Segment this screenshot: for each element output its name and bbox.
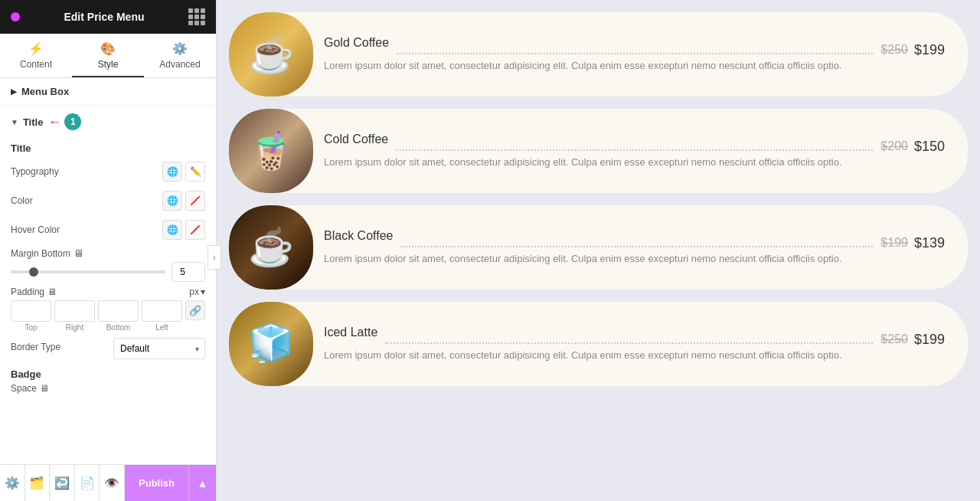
price-old-iced-latte: $250 [880, 332, 908, 346]
typography-globe-btn[interactable]: 🌐 [162, 162, 182, 182]
menu-item-desc-iced-latte: Lorem ipsum dolor sit amet, consectetur … [324, 348, 960, 363]
red-arrow-icon: ← [47, 114, 61, 130]
toolbar-layers-btn[interactable]: 🗂️ [25, 465, 51, 501]
dotted-line-black-coffee [400, 246, 873, 247]
dotted-line-cold-coffee [396, 149, 873, 151]
grid-icon[interactable] [188, 8, 205, 25]
publish-button[interactable]: Publish [125, 465, 188, 501]
hover-color-globe-btn[interactable]: 🌐 [162, 220, 182, 240]
space-label: Space 🖥 [11, 383, 205, 394]
price-old-black-coffee: $199 [880, 236, 908, 250]
advanced-tab-icon: ⚙️ [172, 41, 188, 56]
step-badge: 1 [64, 113, 81, 130]
px-chevron: ▾ [201, 287, 205, 297]
style-tab-icon: 🎨 [100, 41, 116, 56]
padding-right-label: Right [66, 323, 83, 332]
left-panel: Edit Price Menu ⚡ Content 🎨 Style ⚙️ Adv… [0, 0, 217, 501]
padding-top-input[interactable] [11, 300, 51, 322]
toolbar-settings-btn[interactable]: ⚙️ [0, 465, 25, 501]
globe-icon: 🌐 [167, 166, 178, 177]
padding-left-wrap: Left [142, 300, 182, 332]
price-old-cold-coffee: $200 [880, 139, 908, 153]
color-controls: 🌐 X [162, 191, 205, 211]
menu-item-top-iced-latte: Iced Latte $250 $199 [324, 326, 960, 348]
menu-item-iced-latte: 🧊 Iced Latte $250 $199 Lorem ipsum dolor… [229, 302, 968, 386]
coffee-emoji-cold-coffee: 🧋 [229, 109, 313, 193]
menu-item-title-black-coffee: Black Coffee [324, 229, 393, 243]
arrow-badge: ← 1 [47, 113, 81, 130]
menu-item-img-iced-latte: 🧊 [229, 302, 313, 386]
coffee-emoji-black-coffee: ☕ [229, 205, 313, 290]
typography-edit-btn[interactable]: ✏️ [185, 162, 205, 182]
tab-style-label: Style [98, 59, 119, 70]
menu-box-section[interactable]: ▶ Menu Box [0, 78, 216, 105]
menu-item-body-cold-coffee: Cold Coffee $200 $150 Lorem ipsum dolor … [313, 122, 968, 181]
price-new-black-coffee: $139 [914, 235, 945, 251]
px-selector[interactable]: px ▾ [189, 287, 205, 297]
padding-right-input[interactable] [54, 300, 95, 322]
padding-left-input[interactable] [142, 300, 182, 322]
dotted-line-gold-coffee [397, 53, 873, 54]
badge-section: Badge Space 🖥 [0, 364, 216, 395]
menu-item-gold-coffee: ☕ Gold Coffee $250 $199 Lorem ipsum dolo… [229, 12, 968, 97]
menu-item-black-coffee: ☕ Black Coffee $199 $139 Lorem ipsum dol… [229, 205, 968, 290]
hover-globe-icon: 🌐 [167, 224, 178, 235]
coffee-emoji-iced-latte: 🧊 [229, 302, 313, 386]
padding-link-btn[interactable]: 🔗 [185, 300, 205, 320]
menu-item-img-black-coffee: ☕ [229, 205, 313, 290]
tab-bar: ⚡ Content 🎨 Style ⚙️ Advanced [0, 34, 216, 78]
margin-bottom-row: Margin Bottom 🖥 5 [0, 244, 216, 283]
color-globe-btn[interactable]: 🌐 [162, 191, 182, 211]
typography-row: Typography 🌐 ✏️ [0, 157, 216, 186]
menu-box-chevron: ▶ [11, 87, 17, 96]
toolbar-preview-btn[interactable]: 👁️ [100, 465, 125, 501]
tab-style[interactable]: 🎨 Style [72, 34, 144, 77]
hover-color-controls: 🌐 X [162, 220, 205, 240]
border-type-select[interactable]: Default None Solid Dashed [113, 338, 205, 359]
price-new-iced-latte: $199 [914, 332, 945, 348]
padding-bottom-wrap: Bottom [98, 300, 139, 332]
tab-advanced[interactable]: ⚙️ Advanced [144, 34, 216, 77]
margin-bottom-slider[interactable] [11, 270, 165, 273]
menu-item-title-iced-latte: Iced Latte [324, 326, 377, 339]
margin-bottom-input[interactable]: 5 [172, 262, 205, 282]
header-title: Edit Price Menu [64, 11, 144, 23]
menu-item-desc-black-coffee: Lorem ipsum dolor sit amet, consectetur … [324, 251, 960, 267]
price-new-cold-coffee: $150 [914, 139, 945, 155]
menu-items-container: ☕ Gold Coffee $250 $199 Lorem ipsum dolo… [229, 12, 968, 386]
menu-item-prices-black-coffee: $199 $139 [880, 229, 960, 251]
menu-item-prices-gold-coffee: $250 $199 [880, 36, 960, 58]
margin-bottom-label: Margin Bottom [11, 248, 70, 259]
padding-bottom-input[interactable] [98, 300, 139, 322]
menu-item-body-iced-latte: Iced Latte $250 $199 Lorem ipsum dolor s… [313, 315, 968, 374]
title-section[interactable]: ▼ Title ← 1 [0, 105, 216, 138]
toolbar-history-btn[interactable]: ↩️ [50, 465, 75, 501]
menu-item-desc-gold-coffee: Lorem ipsum dolor sit amet, consectetur … [324, 58, 960, 74]
title-subsection-label: Title [0, 138, 216, 157]
tab-advanced-label: Advanced [159, 59, 200, 70]
padding-monitor-icon: 🖥 [47, 287, 57, 297]
px-label: px [189, 287, 199, 297]
typography-controls: 🌐 ✏️ [162, 162, 205, 182]
hover-slash-icon: X [192, 224, 198, 235]
tab-content[interactable]: ⚡ Content [0, 34, 72, 77]
menu-item-prices-iced-latte: $250 $199 [880, 326, 960, 348]
header-bar: Edit Price Menu [0, 0, 216, 34]
publish-expand-btn[interactable]: ▲ [188, 465, 216, 501]
margin-bottom-monitor-icon: 🖥 [74, 247, 83, 259]
padding-left-label: Left [155, 323, 168, 332]
menu-item-top-cold-coffee: Cold Coffee $200 $150 [324, 133, 960, 155]
menu-box-label: Menu Box [21, 86, 69, 97]
menu-item-desc-cold-coffee: Lorem ipsum dolor sit amet, consectetur … [324, 155, 960, 170]
border-select-wrap: Default None Solid Dashed ▾ [113, 338, 205, 359]
coffee-emoji-gold-coffee: ☕ [229, 12, 313, 97]
hover-color-label: Hover Color [11, 224, 60, 235]
collapse-panel-btn[interactable]: ‹ [207, 245, 221, 270]
menu-item-title-cold-coffee: Cold Coffee [324, 133, 388, 146]
color-slash-btn[interactable]: X [185, 191, 205, 211]
content-tab-icon: ⚡ [28, 41, 44, 56]
hover-color-slash-btn[interactable]: X [185, 220, 205, 240]
color-globe-icon: 🌐 [167, 195, 178, 206]
padding-right-wrap: Right [54, 300, 95, 332]
toolbar-template-btn[interactable]: 📄 [75, 465, 100, 501]
